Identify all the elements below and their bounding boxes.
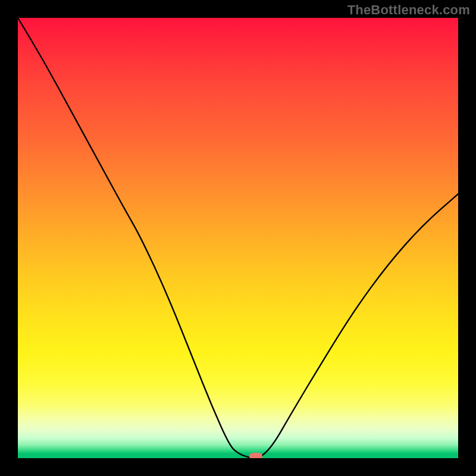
plot-area (18, 18, 458, 458)
curve-path (18, 18, 458, 458)
chart-frame: TheBottleneck.com (0, 0, 476, 476)
bottleneck-curve (18, 18, 458, 458)
minimum-marker (249, 453, 262, 458)
watermark-text: TheBottleneck.com (347, 2, 470, 18)
